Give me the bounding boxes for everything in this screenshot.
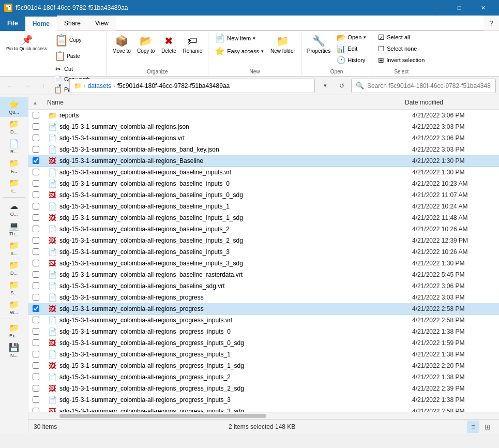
checkbox-input[interactable] — [33, 226, 39, 232]
open-button[interactable]: 📂 Open ▾ — [334, 32, 369, 42]
checkbox-input[interactable] — [33, 260, 39, 266]
table-row[interactable]: 📄sdg-15-3-1-summary_colombia-all-regions… — [28, 132, 499, 144]
sidebar-item-thispc[interactable]: 💻 Th... — [0, 219, 28, 238]
table-row[interactable]: 🖼sdg-15-3-1-summary_colombia-all-regions… — [28, 212, 499, 223]
history-button[interactable]: 🕐 History — [334, 55, 369, 65]
properties-button[interactable]: 🔧 Properties — [305, 32, 334, 56]
tab-view[interactable]: View — [88, 16, 116, 31]
minimize-button[interactable]: ─ — [424, 0, 447, 16]
checkbox-input[interactable] — [33, 362, 39, 369]
table-row[interactable]: 🖼sdg-15-3-1-summary_colombia-all-regions… — [28, 258, 499, 269]
table-row[interactable]: 🖼sdg-15-3-1-summary_colombia-all-regions… — [28, 155, 499, 167]
table-row[interactable]: 📄sdg-15-3-1-summary_colombia-all-regions… — [28, 349, 499, 360]
cut-button[interactable]: ✂ Cut — [51, 64, 103, 74]
select-none-button[interactable]: ☐ Select none — [375, 43, 427, 54]
delete-button[interactable]: ✖ Delete — [158, 32, 179, 56]
refresh-button[interactable]: ↺ — [335, 79, 349, 93]
checkbox-input[interactable] — [33, 351, 39, 357]
copy-to-button[interactable]: 📂 Copy to — [134, 32, 157, 56]
maximize-button[interactable]: □ — [447, 0, 471, 16]
checkbox-input[interactable] — [33, 169, 39, 175]
tab-share[interactable]: Share — [57, 16, 88, 31]
invert-selection-button[interactable]: ⊞ Invert selection — [375, 55, 427, 65]
table-row[interactable]: 📄sdg-15-3-1-summary_colombia-all-regions… — [28, 326, 499, 337]
checkbox-input[interactable] — [33, 146, 39, 153]
sidebar-item-ex[interactable]: 📁 Ex... — [0, 321, 28, 340]
recent-locations-button[interactable]: ▾ — [53, 79, 67, 93]
table-row[interactable]: 📄sdg-15-3-1-summary_colombia-all-regions… — [28, 223, 499, 235]
breadcrumb-datasets[interactable]: datasets — [88, 82, 111, 89]
search-box[interactable]: 🔍 — [351, 79, 496, 93]
select-all-button[interactable]: ☑ Select all — [375, 32, 427, 42]
checkbox-input[interactable] — [33, 305, 39, 312]
help-button[interactable]: ? — [483, 16, 499, 31]
table-row[interactable]: 📄sdg-15-3-1-summary_colombia-all-regions… — [28, 315, 499, 326]
tab-file[interactable]: File — [0, 16, 25, 31]
table-row[interactable]: 📄sdg-15-3-1-summary_colombia-all-regions… — [28, 167, 499, 178]
checkbox-input[interactable] — [33, 385, 39, 392]
checkbox-input[interactable] — [33, 282, 39, 289]
close-button[interactable]: ✕ — [471, 0, 495, 16]
easy-access-button[interactable]: ⭐ Easy access ▾ — [211, 45, 267, 57]
table-row[interactable]: 🖼sdg-15-3-1-summary_colombia-all-regions… — [28, 303, 499, 315]
checkbox-input[interactable] — [33, 328, 39, 335]
new-item-button[interactable]: 📄 New item ▾ — [211, 32, 267, 44]
rename-button[interactable]: 🏷 Rename — [180, 32, 205, 56]
checkbox-input[interactable] — [33, 112, 39, 118]
details-view-button[interactable]: ≡ — [467, 421, 479, 433]
sidebar-item-quickaccess[interactable]: ⭐ Qu... — [0, 97, 28, 117]
sidebar-item-8[interactable]: 📁 W... — [0, 297, 28, 317]
checkbox-input[interactable] — [33, 374, 39, 380]
checkbox-input[interactable] — [33, 157, 39, 164]
paste-button[interactable]: 📋 Paste — [51, 49, 103, 64]
sidebar-item-3[interactable]: 📁 F... — [0, 156, 28, 176]
search-input[interactable] — [367, 82, 491, 89]
table-row[interactable]: 🖼sdg-15-3-1-summary_colombia-all-regions… — [28, 406, 499, 412]
table-row[interactable]: 📄sdg-15-3-1-summary_colombia-all-regions… — [28, 246, 499, 258]
table-row[interactable]: 📄sdg-15-3-1-summary_colombia-all-regions… — [28, 201, 499, 212]
table-row[interactable]: 📄sdg-15-3-1-summary_colombia-all-regions… — [28, 394, 499, 406]
table-row[interactable]: 📄sdg-15-3-1-summary_colombia-all-regions… — [28, 292, 499, 303]
sidebar-item-n[interactable]: 💾 N... — [0, 340, 28, 360]
sidebar-item-5[interactable]: 📁 S... — [0, 238, 28, 258]
breadcrumb-dropdown-btn[interactable]: ▾ — [318, 79, 332, 93]
new-folder-button[interactable]: 📁 New folder — [268, 32, 298, 56]
breadcrumb-dropdown[interactable]: ▾ — [318, 79, 332, 93]
h-scroll-thumb[interactable] — [59, 414, 266, 418]
checkbox-input[interactable] — [33, 248, 39, 255]
pin-to-quick-access-button[interactable]: 📌 Pin to Quick access — [3, 32, 50, 54]
sidebar-item-7[interactable]: 📁 S... — [0, 278, 28, 297]
breadcrumb[interactable]: 📁 › datasets › f5c901d4-180f-46cc-9782-f… — [69, 79, 315, 93]
move-to-button[interactable]: 📦 Move to — [110, 32, 133, 56]
checkbox-input[interactable] — [33, 339, 39, 346]
checkbox-input[interactable] — [33, 396, 39, 403]
large-icons-button[interactable]: ⊞ — [481, 421, 494, 433]
table-row[interactable]: 📁reports4/21/2022 3:06 PM — [28, 110, 499, 121]
sidebar-item-2[interactable]: 📄 R... — [0, 137, 28, 156]
table-row[interactable]: 📄sdg-15-3-1-summary_colombia-all-regions… — [28, 178, 499, 189]
table-row[interactable]: 🖼sdg-15-3-1-summary_colombia-all-regions… — [28, 383, 499, 394]
sidebar-item-onedrive[interactable]: ☁ O... — [0, 199, 28, 219]
copy-button[interactable]: 📋 Copy — [51, 32, 103, 49]
checkbox-input[interactable] — [33, 214, 39, 221]
checkbox-input[interactable] — [33, 271, 39, 278]
back-button[interactable]: ← — [3, 79, 18, 93]
sidebar-item-1[interactable]: 📁 D... — [0, 117, 28, 137]
checkbox-input[interactable] — [33, 191, 39, 198]
checkbox-input[interactable] — [33, 180, 39, 187]
column-name[interactable]: Name — [47, 99, 405, 106]
table-row[interactable]: 🖼sdg-15-3-1-summary_colombia-all-regions… — [28, 337, 499, 349]
up-button[interactable]: ↑ — [36, 79, 51, 93]
checkbox-input[interactable] — [33, 203, 39, 210]
horizontal-scrollbar[interactable] — [28, 412, 499, 419]
table-row[interactable]: 🖼sdg-15-3-1-summary_colombia-all-regions… — [28, 360, 499, 371]
table-row[interactable]: 🖼sdg-15-3-1-summary_colombia-all-regions… — [28, 235, 499, 246]
column-date[interactable]: Date modified — [405, 99, 488, 106]
sidebar-item-6[interactable]: 📁 D... — [0, 258, 28, 278]
checkbox-input[interactable] — [33, 123, 39, 130]
table-row[interactable]: 📄sdg-15-3-1-summary_colombia-all-regions… — [28, 121, 499, 132]
checkbox-input[interactable] — [33, 317, 39, 323]
checkbox-input[interactable] — [33, 294, 39, 301]
edit-button[interactable]: 📊 Edit — [334, 43, 369, 54]
checkbox-input[interactable] — [33, 135, 39, 141]
